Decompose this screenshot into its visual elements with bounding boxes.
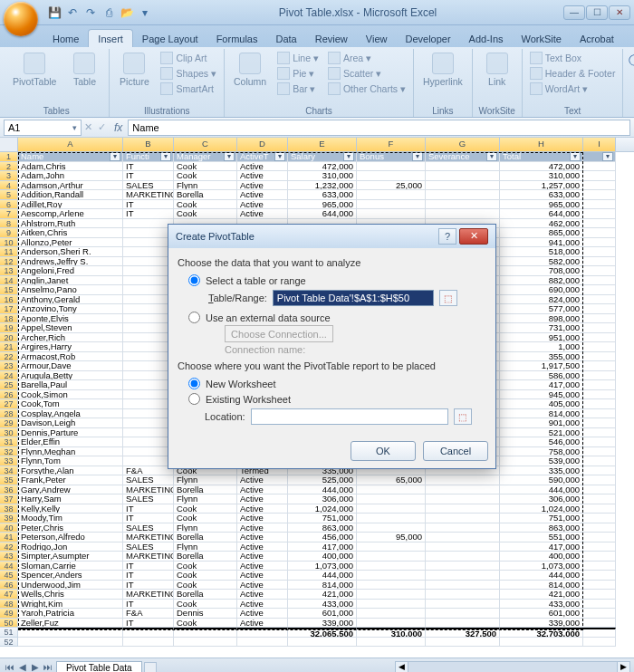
cell[interactable]: Archer,Rich xyxy=(18,333,123,343)
row-header[interactable]: 39 xyxy=(0,514,18,523)
cell[interactable] xyxy=(357,552,426,562)
cell[interactable]: 690,000 xyxy=(500,285,583,295)
cell[interactable]: 708,000 xyxy=(500,266,583,276)
cell[interactable] xyxy=(174,628,237,638)
cell[interactable] xyxy=(583,285,616,295)
column-filter[interactable]: ActiveT xyxy=(237,152,288,162)
cell[interactable]: 644,000 xyxy=(288,209,357,219)
cell[interactable] xyxy=(123,295,174,305)
cell[interactable] xyxy=(357,638,426,648)
row-header[interactable]: 10 xyxy=(0,238,18,248)
cell[interactable]: Active xyxy=(237,494,288,504)
cell[interactable] xyxy=(583,333,616,343)
row-header[interactable]: 50 xyxy=(0,619,18,629)
cell[interactable] xyxy=(123,628,174,638)
cell[interactable] xyxy=(357,494,426,504)
save-icon[interactable]: 💾 xyxy=(47,5,62,20)
cell[interactable]: 1,000 xyxy=(500,342,583,352)
cell[interactable]: IT xyxy=(123,562,174,571)
row-header[interactable]: 2 xyxy=(0,162,18,172)
new-sheet-icon[interactable] xyxy=(144,662,157,673)
row-header[interactable]: 35 xyxy=(0,475,18,485)
cell[interactable]: 444,000 xyxy=(500,571,583,581)
cell[interactable] xyxy=(583,314,616,324)
cell[interactable]: 417,000 xyxy=(500,542,583,552)
cell[interactable]: 814,000 xyxy=(288,581,357,590)
cell[interactable]: Moody,Tim xyxy=(18,514,123,523)
cell[interactable]: 525,000 xyxy=(288,475,357,485)
row-header[interactable]: 5 xyxy=(0,190,18,200)
cell[interactable]: Cook xyxy=(174,619,237,629)
cell[interactable] xyxy=(123,447,174,457)
cell[interactable]: 65,000 xyxy=(357,475,426,485)
cell[interactable] xyxy=(123,418,174,428)
shapes-button[interactable]: Shapes ▾ xyxy=(158,66,218,81)
cell[interactable]: F&A xyxy=(123,466,174,476)
row-header[interactable]: 33 xyxy=(0,456,18,466)
row-header[interactable]: 16 xyxy=(0,295,18,305)
pivottable-button[interactable]: PivotTable xyxy=(9,51,60,89)
cell[interactable]: Yaroh,Patricia xyxy=(18,609,123,619)
cell[interactable]: MARKETING xyxy=(123,190,174,200)
cell[interactable]: 539,000 xyxy=(500,456,583,466)
cell[interactable] xyxy=(357,562,426,571)
cell[interactable] xyxy=(583,504,616,514)
hyperlink-button[interactable]: Hyperlink xyxy=(419,51,466,89)
cell[interactable] xyxy=(583,190,616,200)
cell[interactable]: Simpter,Asumpter xyxy=(18,552,123,562)
cell[interactable] xyxy=(583,437,616,447)
cell[interactable] xyxy=(426,475,500,485)
cell[interactable] xyxy=(583,533,616,542)
cell[interactable] xyxy=(583,266,616,276)
horizontal-scrollbar[interactable]: ◀ ▶ xyxy=(395,661,630,673)
cell[interactable] xyxy=(357,162,426,172)
tab-view[interactable]: View xyxy=(357,30,397,47)
cell[interactable] xyxy=(583,428,616,438)
cell[interactable]: IT xyxy=(123,504,174,514)
cell[interactable] xyxy=(123,314,174,324)
sheet-tab[interactable]: Pivot Table Data xyxy=(56,661,142,673)
cell[interactable]: 941,000 xyxy=(500,238,583,248)
cell[interactable] xyxy=(583,257,616,267)
wordart-button[interactable]: WordArt ▾ xyxy=(528,82,618,96)
cell[interactable]: 965,000 xyxy=(288,200,357,210)
cell[interactable]: Cook xyxy=(174,209,237,219)
cell[interactable]: 758,000 xyxy=(500,447,583,457)
cell[interactable]: 339,000 xyxy=(288,619,357,629)
cell[interactable]: Adam,Chris xyxy=(18,162,123,172)
cell[interactable]: SALES xyxy=(123,181,174,191)
cell[interactable] xyxy=(583,475,616,485)
cell[interactable] xyxy=(357,581,426,590)
cell[interactable]: 444,000 xyxy=(288,485,357,495)
row-header[interactable]: 27 xyxy=(0,399,18,409)
cell[interactable] xyxy=(123,409,174,419)
column-filter[interactable]: Manager xyxy=(174,152,237,162)
cell[interactable]: Cook xyxy=(174,562,237,571)
cell[interactable] xyxy=(583,152,616,162)
row-header[interactable]: 9 xyxy=(0,228,18,238)
formula-bar[interactable]: Name xyxy=(128,120,630,136)
cell[interactable]: 433,000 xyxy=(500,600,583,610)
row-header[interactable]: 40 xyxy=(0,523,18,533)
cell[interactable]: Wright,Kim xyxy=(18,600,123,610)
cell[interactable]: Dennis,Parture xyxy=(18,428,123,438)
tab-review[interactable]: Review xyxy=(306,30,357,47)
cell[interactable] xyxy=(583,514,616,523)
tab-insert[interactable]: Insert xyxy=(88,29,133,47)
cell[interactable]: 462,000 xyxy=(500,219,583,229)
cell[interactable]: 814,000 xyxy=(500,581,583,590)
row-header[interactable]: 36 xyxy=(0,485,18,495)
cell[interactable]: Cook xyxy=(174,171,237,181)
cell[interactable] xyxy=(123,371,174,381)
help-icon[interactable]: ⓘ xyxy=(623,49,634,117)
cell[interactable]: Borella xyxy=(174,190,237,200)
radio-select-range[interactable]: Select a table or range xyxy=(178,273,486,288)
cell[interactable]: Dennis xyxy=(174,609,237,619)
column-header[interactable]: F xyxy=(357,138,426,151)
cell[interactable] xyxy=(357,619,426,629)
cell[interactable]: 863,000 xyxy=(288,523,357,533)
cell[interactable] xyxy=(357,600,426,610)
cell[interactable] xyxy=(288,638,357,648)
row-header[interactable]: 15 xyxy=(0,285,18,295)
row-header[interactable]: 41 xyxy=(0,533,18,542)
